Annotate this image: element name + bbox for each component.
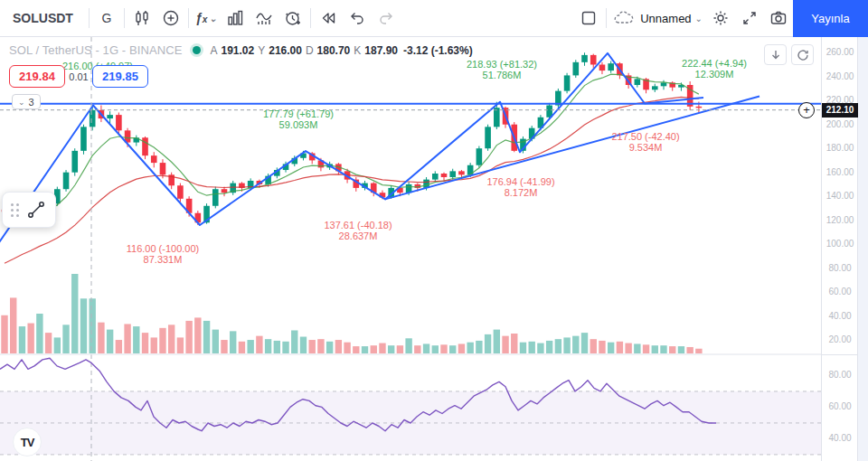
restore-icon bbox=[797, 49, 809, 61]
price-tick: 60.00 bbox=[822, 287, 858, 296]
publish-button[interactable]: Yayınla bbox=[793, 0, 868, 37]
fullscreen-button[interactable] bbox=[735, 4, 764, 33]
price-tick: 260.00 bbox=[822, 47, 858, 57]
indicators-button[interactable]: ƒx ⌄ bbox=[192, 4, 221, 33]
candle-body bbox=[80, 127, 87, 150]
volume-bar bbox=[502, 336, 508, 353]
price-tick: 180.00 bbox=[822, 143, 858, 153]
candle-body bbox=[661, 82, 667, 86]
indicators-collapse-pill[interactable]: ⌄ 3 bbox=[12, 94, 41, 109]
settings-button[interactable] bbox=[706, 4, 735, 33]
volume-bar bbox=[90, 298, 96, 353]
volume-bar bbox=[432, 345, 439, 353]
screenshot-button[interactable] bbox=[764, 4, 793, 33]
drag-handle-icon[interactable] bbox=[11, 203, 19, 217]
volume-bar bbox=[371, 345, 377, 353]
pivot-label: 59.093M bbox=[279, 119, 318, 130]
volume-bar bbox=[177, 337, 184, 353]
undo-button[interactable] bbox=[343, 4, 372, 33]
volume-bar bbox=[467, 343, 473, 353]
candle-body bbox=[696, 107, 703, 108]
cloud-icon bbox=[613, 10, 635, 26]
symbol-button[interactable]: SOLUSDT bbox=[0, 4, 86, 33]
price-axis[interactable]: 212.10 260.00240.00220.00200.00180.00160… bbox=[821, 37, 857, 461]
toolbar-divider bbox=[310, 8, 311, 28]
pivot-label: 218.93 (+81.32) bbox=[467, 59, 537, 70]
ohlc-values: A191.02 Y216.00 D180.70 K187.90 -3.12 (-… bbox=[210, 44, 472, 57]
pivot-label: 8.172M bbox=[505, 187, 538, 198]
add-order-plus-icon[interactable]: + bbox=[798, 102, 815, 118]
toolbar-divider bbox=[188, 8, 189, 28]
pivot-label: 12.309M bbox=[695, 69, 734, 80]
chevron-down-icon: ⌄ bbox=[695, 14, 703, 24]
forecast-button[interactable] bbox=[250, 4, 278, 33]
alert-button[interactable] bbox=[278, 4, 307, 33]
sell-button[interactable]: 219.84 bbox=[9, 65, 65, 88]
trend-line-icon[interactable] bbox=[25, 199, 47, 221]
volume-bar bbox=[36, 314, 42, 353]
toolbar-divider bbox=[89, 8, 90, 28]
last-price-badge: 212.10 bbox=[822, 103, 858, 118]
volume-bar bbox=[1, 315, 7, 353]
layout-button[interactable] bbox=[574, 4, 603, 33]
volume-bar bbox=[256, 336, 262, 353]
volume-bar bbox=[124, 324, 130, 353]
candle-body bbox=[573, 62, 580, 76]
pivot-label: 137.61 (-40.18) bbox=[324, 220, 392, 230]
volume-bar bbox=[449, 345, 456, 353]
volume-bar bbox=[476, 341, 482, 353]
price-tick: 200.00 bbox=[822, 119, 858, 129]
candle-body bbox=[177, 185, 184, 199]
chart-style-button[interactable] bbox=[127, 4, 156, 33]
floating-drawing-toolbar[interactable] bbox=[2, 192, 56, 228]
candle-body bbox=[71, 151, 78, 173]
buy-button[interactable]: 219.85 bbox=[92, 65, 148, 88]
tradingview-logo[interactable]: TV bbox=[13, 428, 42, 456]
compare-button[interactable] bbox=[156, 4, 185, 33]
candle-body bbox=[652, 86, 658, 89]
undo-arrow-icon bbox=[348, 9, 366, 27]
candle-body bbox=[90, 110, 96, 127]
toolbar-divider bbox=[124, 8, 125, 28]
market-status-dot[interactable] bbox=[193, 46, 201, 54]
volume-bar bbox=[379, 343, 385, 353]
chart-area[interactable]: 216.00 (+49.97)218.93 (+81.32)51.786M222… bbox=[0, 37, 821, 461]
volume-bar bbox=[71, 274, 78, 353]
candle-body bbox=[590, 55, 597, 65]
volume-bar bbox=[344, 343, 350, 353]
redo-button[interactable] bbox=[372, 4, 401, 33]
candle-body bbox=[494, 108, 500, 127]
replay-button[interactable] bbox=[314, 4, 343, 33]
volume-bar bbox=[520, 343, 526, 353]
volume-bar bbox=[62, 325, 69, 353]
download-button[interactable] bbox=[764, 44, 787, 65]
candle-body bbox=[476, 148, 483, 165]
candle-body bbox=[63, 173, 70, 190]
price-chart[interactable]: 216.00 (+49.97)218.93 (+81.32)51.786M222… bbox=[0, 37, 821, 461]
volume-bar bbox=[19, 326, 25, 353]
pivot-label: 177.79 (+61.79) bbox=[263, 108, 334, 119]
volume-bar bbox=[494, 330, 500, 353]
spread-value: 0.01 bbox=[65, 71, 92, 82]
volume-bar bbox=[617, 342, 623, 353]
layout-name-label: Unnamed bbox=[640, 12, 691, 25]
rsi-tick: 60.00 bbox=[822, 401, 858, 411]
candlestick-icon bbox=[133, 9, 151, 27]
volume-bar bbox=[599, 341, 605, 353]
volume-bar bbox=[326, 342, 333, 353]
save-layout-button[interactable]: Unnamed ⌄ bbox=[609, 4, 706, 33]
volume-bar bbox=[265, 339, 271, 353]
indicator-count: 3 bbox=[29, 97, 34, 108]
symbol-description[interactable]: SOL / TetherUS - 1G - BINANCE bbox=[9, 43, 182, 57]
interval-button[interactable]: G bbox=[92, 4, 121, 33]
pivot-label: 87.331M bbox=[144, 254, 183, 265]
metrics-button[interactable] bbox=[221, 4, 250, 33]
volume-bar bbox=[151, 337, 157, 353]
volume-bar bbox=[10, 297, 16, 353]
volume-bar bbox=[660, 345, 666, 353]
volume-bar bbox=[221, 340, 227, 353]
bar-columns-icon bbox=[226, 9, 244, 27]
restore-chart-button[interactable] bbox=[791, 44, 814, 65]
volume-bar bbox=[537, 343, 543, 353]
volume-bar bbox=[247, 340, 253, 353]
